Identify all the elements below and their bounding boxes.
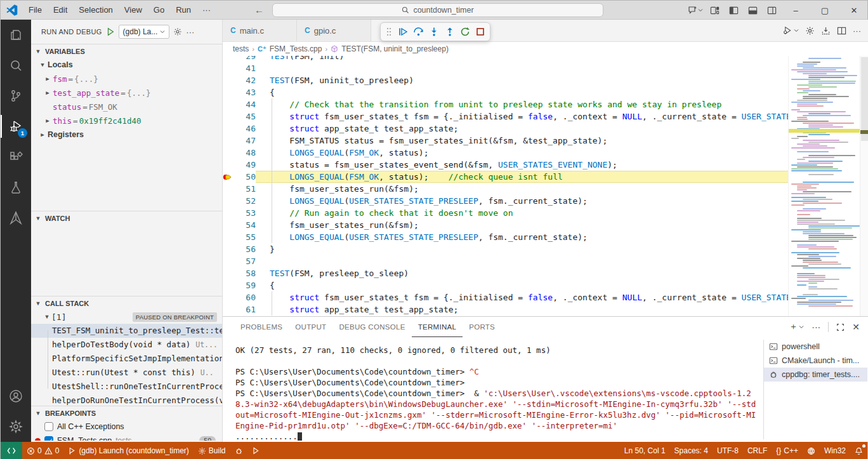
code-line[interactable]: 51 fsm_user_states_run(&fsm); [223,183,788,195]
breakpoint-margin[interactable] [223,123,234,135]
code-line[interactable]: 43{ [223,86,788,98]
callstack-frame[interactable]: helperDoRunOneTestInCurrentProcess(vc [31,394,222,406]
code-line[interactable]: 57 [223,255,788,267]
minimap[interactable] [788,56,860,316]
code-line[interactable]: 55 LONGS_EQUAL(USER_STATES_STATE_PRESLEE… [223,231,788,243]
callstack-frame[interactable]: UtestShell::runOneTestInCurrentProces [31,380,222,394]
panel-tab-problems[interactable]: PROBLEMS [234,317,289,337]
breakpoint-checkbox[interactable] [44,422,53,431]
run-debug-dropdown-icon[interactable] [782,25,799,36]
maximize-button[interactable]: ▢ [812,1,838,20]
extension-grid-icon[interactable] [803,442,820,459]
code-line[interactable]: 41 [223,62,788,74]
platform-status[interactable]: Win32 [820,442,850,459]
code-line[interactable]: 61 struct app_state_t test_app_state; [223,303,788,316]
code-line[interactable]: 47 FSM_STATUS status = fsm_user_states_i… [223,135,788,147]
breakpoint-margin[interactable] [223,159,234,171]
encoding-status[interactable]: UTF-8 [713,442,743,459]
stop-icon[interactable] [476,27,485,36]
split-editor-icon[interactable] [837,26,846,36]
variable-row[interactable]: status = FSM_OK [31,100,222,114]
maximize-panel-icon[interactable] [836,323,845,331]
expand-chevron-icon[interactable]: ▶ [44,117,51,124]
close-button[interactable]: ✕ [841,1,867,20]
expand-chevron-icon[interactable]: ▶ [44,90,51,96]
breakpoint-margin[interactable] [223,255,234,267]
scrollbar-slider[interactable] [861,57,868,141]
breakpoint-margin[interactable] [223,303,234,316]
locals-group[interactable]: ▼Locals [31,58,222,72]
breakpoint-margin[interactable] [223,195,234,207]
more-actions-icon[interactable]: ··· [186,27,194,37]
tray-download-icon[interactable] [821,26,831,36]
variable-row[interactable]: ▶test_app_state = {...} [31,86,222,100]
terminal-list-item[interactable]: CMake/Launch - tim... [764,354,867,368]
debug-bug-button[interactable] [230,442,247,459]
breakpoint-margin[interactable] [223,231,234,243]
breakpoint-margin[interactable] [223,98,234,110]
watch-header[interactable]: ▼WATCH [31,211,222,225]
terminal-list-item[interactable]: cppdbg: timer_tests.... [764,368,867,382]
callstack-frame[interactable]: TEST_FSM_uninit_to_presleep_Test::tes [31,324,222,338]
breakpoint-margin[interactable] [223,62,234,74]
callstack-thread[interactable]: ▼[1] PAUSED ON BREAKPOINT [31,310,222,324]
step-out-icon[interactable] [445,27,455,37]
step-into-icon[interactable] [429,27,439,37]
callstack-frame[interactable]: helperDoTestBody(void * data)Ut... [31,338,222,352]
code-line[interactable]: 50 LONGS_EQUAL(FSM_OK, status); //check … [223,171,788,183]
problems-status[interactable]: 0 0 [22,442,63,459]
code-line[interactable]: 56} [223,243,788,255]
sidebar-item-explorer[interactable] [1,20,31,50]
code-line[interactable]: 42TEST(FSM, uninit_to_presleep) [223,74,788,86]
breakpoint-margin[interactable] [223,279,234,291]
minimize-button[interactable]: – [782,1,809,20]
close-panel-icon[interactable]: ✕ [852,322,860,332]
editor-more-actions-icon[interactable]: ··· [853,26,861,36]
menu-run[interactable]: Run [170,3,197,17]
panel-tab-terminal[interactable]: TERMINAL [412,317,463,337]
breadcrumb-symbol[interactable]: TEST(FSM, uninit_to_presleep) [341,44,449,53]
breakpoint-margin[interactable] [223,171,234,183]
variables-header[interactable]: ▼VARIABLES [31,44,222,58]
menu-···[interactable]: ··· [197,3,216,17]
toggle-panel-icon[interactable] [744,3,761,17]
breakpoint-margin[interactable] [223,267,234,279]
debug-launch-status[interactable]: (gdb) Launch (countdown_timer) [63,442,193,459]
callstack-frame[interactable]: Utest::run(Utest * const this)U.. [31,366,222,380]
sidebar-item-extensions[interactable] [1,142,31,172]
toolbar-grip-icon[interactable] [386,27,392,36]
breakpoints-header[interactable]: ▼BREAKPOINTS [31,406,222,420]
breakpoint-margin[interactable] [223,243,234,255]
expand-chevron-icon[interactable]: ▶ [44,76,51,82]
toggle-sidebar-icon[interactable] [725,3,742,17]
sidebar-item-cmake[interactable] [1,203,31,233]
breadcrumb-folder[interactable]: tests [233,44,249,53]
tab-main-c[interactable]: Cmain.c [223,20,297,41]
toggle-secondary-sidebar-icon[interactable] [763,3,780,17]
breakpoint-row[interactable]: FSM_Tests.cpptests50 [31,434,222,441]
editor-gear-icon[interactable] [805,26,815,36]
menu-selection[interactable]: Selection [73,3,118,17]
back-arrow-icon[interactable]: ← [254,4,264,15]
terminal-output[interactable]: OK (27 tests, 27 ran, 110 checks, 0 igno… [235,345,760,440]
breakpoint-margin[interactable] [223,110,234,123]
callstack-frame[interactable]: PlatformSpecificSetJmpImplementation( [31,352,222,366]
variable-row[interactable]: ▶fsm = {...} [31,72,222,86]
language-mode-status[interactable]: {}C++ [772,442,803,459]
breakpoint-margin[interactable] [223,74,234,86]
settings-gear-icon[interactable] [1,411,31,442]
tab-gpio-c[interactable]: Cgpio.c [297,20,371,41]
build-button[interactable]: Build [194,442,230,459]
code-line[interactable]: 60 struct fsm_user_states_t fsm = {._ini… [223,291,788,303]
breakpoint-margin[interactable] [223,56,234,62]
sidebar-item-run-and-debug[interactable]: 1 [1,111,31,142]
eol-status[interactable]: CRLF [743,442,772,459]
editor-scrollbar[interactable] [860,56,868,316]
panel-tab-output[interactable]: OUTPUT [289,317,332,337]
sidebar-item-source-control[interactable] [1,81,31,111]
indentation-status[interactable]: Spaces: 4 [670,442,713,459]
panel-tab-ports[interactable]: PORTS [463,317,501,337]
new-terminal-icon[interactable]: ＋ [789,321,804,333]
menu-edit[interactable]: Edit [48,3,73,17]
command-center-search[interactable]: countdown_timer [272,3,603,17]
